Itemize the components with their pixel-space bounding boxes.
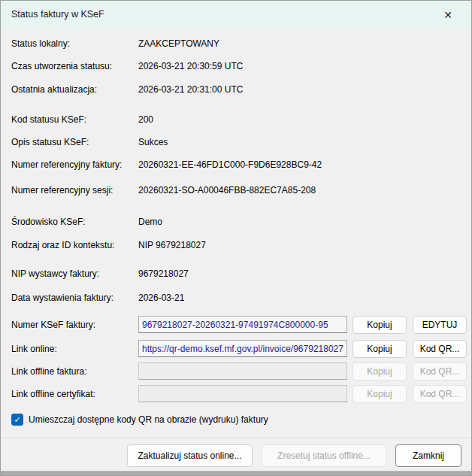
row-czas-utworzenia: Czas utworzenia statusu: 2026-03-21 20:3… bbox=[1, 61, 471, 73]
info-label: Link offline certyfikat: bbox=[11, 389, 95, 399]
info-label: Data wystawienia faktury: bbox=[11, 293, 113, 303]
offline-invoice-link-field bbox=[138, 362, 347, 380]
info-label: Numer referencyjny faktury: bbox=[11, 159, 122, 170]
row-numer-ksef-faktury: Numer KSeF faktury: Kopiuj EDYTUJ bbox=[1, 316, 471, 335]
info-value: 9679218027 bbox=[138, 268, 189, 279]
info-label: Ostatnia aktualizacja: bbox=[11, 84, 97, 95]
row-numer-ref-faktury: Numer referencyjny faktury: 20260321-EE-… bbox=[1, 159, 471, 171]
info-value: Demo bbox=[138, 217, 162, 227]
window-title: Status faktury w KSeF bbox=[11, 9, 104, 20]
info-label: Link online: bbox=[11, 344, 57, 354]
qr-code-offline-invoice-button: Kod QR... bbox=[413, 362, 467, 380]
qr-on-printout-option: ✓ Umieszczaj dostępne kody QR na obrazie… bbox=[1, 414, 471, 429]
window-bottom-border bbox=[1, 471, 471, 475]
title-bar: Status faktury w KSeF ✕ bbox=[1, 1, 471, 29]
info-label: Status lokalny: bbox=[11, 38, 70, 49]
row-link-online: Link online: Kopiuj Kod QR... bbox=[1, 340, 471, 359]
info-value: 20260321-SO-A00046FBB-882EC7A85-208 bbox=[138, 185, 316, 196]
qr-code-online-button[interactable]: Kod QR... bbox=[413, 340, 467, 358]
info-label: Kod statusu KSeF: bbox=[11, 114, 86, 125]
row-ostatnia-aktualizacja: Ostatnia aktualizacja: 2026-03-21 20:31:… bbox=[1, 84, 471, 96]
offline-certificate-link-field bbox=[138, 385, 347, 402]
row-nip-wystawcy: NIP wystawcy faktury: 9679218027 bbox=[1, 268, 471, 280]
qr-on-printout-checkbox[interactable]: ✓ bbox=[11, 414, 23, 426]
info-label: Numer KSeF faktury: bbox=[11, 320, 95, 330]
info-value: 2026-03-21 20:31:00 UTC bbox=[138, 84, 243, 95]
info-label: Opis statusu KSeF: bbox=[11, 137, 89, 147]
row-kod-statusu: Kod statusu KSeF: 200 bbox=[1, 114, 471, 126]
info-label: Link offline faktura: bbox=[11, 366, 87, 377]
close-icon: ✕ bbox=[443, 9, 452, 21]
copy-ksef-number-button[interactable]: Kopiuj bbox=[352, 316, 407, 334]
copy-offline-invoice-link-button: Kopiuj bbox=[352, 362, 407, 380]
info-value: 200 bbox=[138, 114, 153, 125]
info-label: Rodzaj oraz ID kontekstu: bbox=[11, 240, 114, 250]
online-link-field[interactable] bbox=[138, 340, 347, 357]
copy-online-link-button[interactable]: Kopiuj bbox=[352, 340, 407, 358]
info-label: Środowisko KSeF: bbox=[11, 217, 86, 227]
row-data-wystawienia: Data wystawienia faktury: 2026-03-21 bbox=[1, 293, 471, 305]
info-value: ZAAKCEPTOWANY bbox=[138, 38, 219, 49]
info-value: NIP 9679218027 bbox=[138, 240, 206, 250]
info-value: 2026-03-21 20:30:59 UTC bbox=[138, 61, 243, 71]
copy-offline-certificate-link-button: Kopiuj bbox=[352, 385, 407, 403]
ksef-number-field[interactable] bbox=[138, 316, 347, 333]
close-button[interactable]: ✕ bbox=[435, 1, 461, 29]
edit-ksef-number-button[interactable]: EDYTUJ bbox=[413, 316, 467, 334]
dialog-footer: Zaktualizuj status online... Zresetuj st… bbox=[1, 438, 471, 472]
info-value: Sukces bbox=[138, 137, 168, 147]
row-rodzaj-id-kontekstu: Rodzaj oraz ID kontekstu: NIP 9679218027 bbox=[1, 240, 471, 252]
row-numer-ref-sesji: Numer referencyjny sesji: 20260321-SO-A0… bbox=[1, 185, 471, 197]
close-dialog-button[interactable]: Zamknij bbox=[395, 444, 461, 467]
info-label: Czas utworzenia statusu: bbox=[11, 61, 112, 71]
info-value: 20260321-EE-46FD1C000-F9D6E928BC9-42 bbox=[138, 159, 322, 170]
reset-status-offline-button: Zresetuj status offline... bbox=[262, 444, 386, 467]
row-status-lokalny: Status lokalny: ZAAKCEPTOWANY bbox=[1, 38, 471, 50]
row-link-offline-faktura: Link offline faktura: Kopiuj Kod QR... bbox=[1, 362, 471, 382]
checkmark-icon: ✓ bbox=[14, 415, 20, 424]
info-label: Numer referencyjny sesji: bbox=[11, 185, 113, 196]
row-srodowisko: Środowisko KSeF: Demo bbox=[1, 217, 471, 229]
row-link-offline-certyfikat: Link offline certyfikat: Kopiuj Kod QR..… bbox=[1, 385, 471, 405]
qr-code-offline-certificate-button: Kod QR... bbox=[413, 385, 467, 403]
info-label: NIP wystawcy faktury: bbox=[11, 268, 99, 279]
qr-on-printout-label: Umieszczaj dostępne kody QR na obrazie (… bbox=[29, 414, 268, 425]
row-opis-statusu: Opis statusu KSeF: Sukces bbox=[1, 137, 471, 149]
update-status-online-button[interactable]: Zaktualizuj status online... bbox=[127, 444, 253, 467]
info-value: 2026-03-21 bbox=[138, 293, 184, 303]
ksef-invoice-status-dialog: Status faktury w KSeF ✕ Status lokalny: … bbox=[0, 0, 472, 476]
